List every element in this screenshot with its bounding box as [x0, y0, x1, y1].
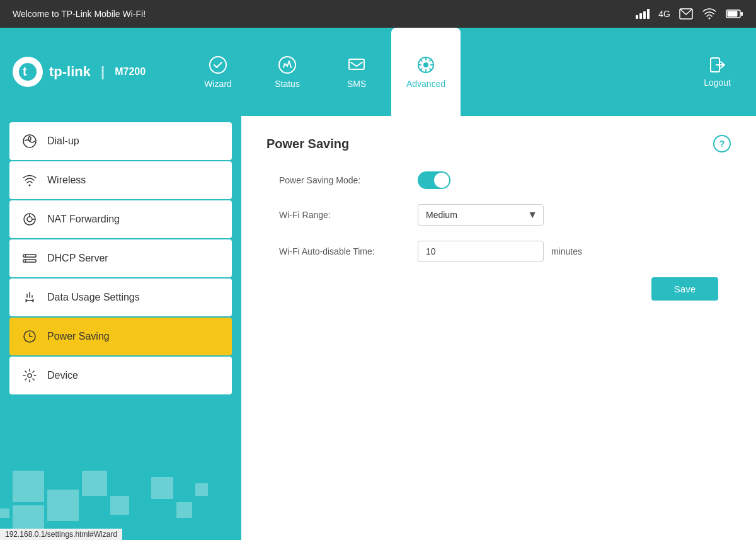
status-bar: Welcome to TP-Link Mobile Wi-Fi! 4G: [0, 0, 756, 28]
wifi-range-select[interactable]: Low Medium High: [418, 204, 544, 226]
svg-rect-3: [728, 11, 738, 17]
sidebar-dhcp-label: DHCP Server: [47, 253, 108, 264]
sidebar-dialup-label: Dial-up: [47, 135, 79, 147]
wireless-icon: [22, 173, 37, 188]
url-bar: 192.168.0.1/settings.html#Wizard: [0, 529, 122, 540]
toggle-knob: [434, 173, 449, 188]
status-icons: 4G: [636, 8, 743, 20]
svg-point-18: [25, 260, 26, 261]
logout-button[interactable]: Logout: [691, 50, 743, 94]
tab-status[interactable]: Status: [253, 28, 322, 116]
svg-rect-23: [47, 490, 79, 521]
tab-advanced[interactable]: Advanced: [391, 28, 461, 116]
sidebar-nat-label: NAT Forwarding: [47, 214, 120, 225]
sidebar-powersaving-label: Power Saving: [47, 331, 110, 342]
minutes-label: minutes: [551, 246, 582, 256]
sidebar-device-label: Device: [47, 370, 78, 381]
svg-point-7: [210, 57, 226, 73]
wifi-icon: [702, 8, 717, 20]
decorative-squares: [0, 414, 233, 540]
save-button-row: Save: [266, 277, 731, 301]
svg-point-17: [25, 255, 26, 256]
logo: t tp-link | M7200: [13, 57, 146, 87]
sidebar-item-nat[interactable]: NAT Forwarding: [9, 200, 232, 238]
tab-sms[interactable]: SMS: [322, 28, 391, 116]
brand-name: tp-link: [49, 64, 91, 80]
wifi-autodisable-row: Wi-Fi Auto-disable Time: minutes: [266, 241, 731, 262]
power-saving-toggle[interactable]: [418, 171, 450, 189]
tab-wizard[interactable]: Wizard: [183, 28, 253, 116]
svg-rect-27: [176, 502, 192, 518]
sidebar-item-datausage[interactable]: Data Usage Settings: [9, 279, 232, 316]
sidebar-item-wireless[interactable]: Wireless: [9, 161, 232, 199]
sidebar-item-powersaving[interactable]: Power Saving: [9, 318, 232, 355]
network-type: 4G: [658, 9, 670, 19]
tab-wizard-label: Wizard: [204, 79, 232, 89]
power-saving-mode-control: [418, 171, 450, 189]
wifi-range-select-wrapper: Low Medium High ▼: [418, 204, 544, 226]
power-saving-mode-label: Power Saving Mode:: [279, 175, 418, 185]
svg-point-1: [709, 18, 711, 20]
header: t tp-link | M7200 Wizard Status: [0, 28, 756, 116]
tab-status-label: Status: [275, 79, 300, 89]
svg-rect-26: [151, 477, 173, 499]
content-area: Power Saving ? Power Saving Mode: Wi-Fi …: [241, 116, 756, 540]
wifi-autodisable-label: Wi-Fi Auto-disable Time:: [279, 246, 418, 256]
wifi-autodisable-control: minutes: [418, 241, 582, 262]
sidebar-item-dhcp[interactable]: DHCP Server: [9, 239, 232, 277]
wifi-range-control: Low Medium High ▼: [418, 204, 544, 226]
page-title: Power Saving: [266, 137, 349, 151]
battery-icon: [726, 9, 743, 19]
powersaving-icon: [22, 329, 37, 344]
tab-advanced-label: Advanced: [406, 79, 445, 89]
url-text: 192.168.0.1/settings.html#Wizard: [5, 530, 117, 539]
svg-rect-21: [13, 471, 44, 502]
dialup-icon: [22, 134, 37, 149]
save-button[interactable]: Save: [651, 277, 718, 301]
status-title: Welcome to TP-Link Mobile Wi-Fi!: [13, 9, 146, 19]
device-icon: [22, 368, 37, 383]
svg-rect-9: [349, 59, 364, 69]
mail-icon: [679, 8, 693, 20]
sidebar-datausage-label: Data Usage Settings: [47, 292, 140, 303]
model-name: M7200: [115, 66, 146, 78]
dhcp-icon: [22, 251, 37, 266]
svg-rect-25: [110, 496, 129, 515]
wifi-autodisable-input[interactable]: [418, 241, 544, 262]
sidebar-item-dialup[interactable]: Dial-up: [9, 122, 232, 160]
svg-rect-29: [0, 508, 9, 518]
svg-point-5: [19, 63, 37, 81]
sidebar-wireless-label: Wireless: [47, 175, 86, 186]
help-button[interactable]: ?: [713, 135, 731, 152]
svg-point-10: [423, 62, 428, 67]
power-saving-mode-row: Power Saving Mode:: [266, 171, 731, 189]
svg-rect-28: [195, 483, 208, 496]
wifi-range-label: Wi-Fi Range:: [279, 210, 418, 220]
main-layout: Dial-up Wireless NAT Forwarding: [0, 116, 756, 540]
nav-tabs: Wizard Status SMS Advanced: [183, 28, 691, 116]
svg-text:t: t: [23, 64, 27, 78]
signal-icon: [636, 9, 650, 19]
svg-point-13: [29, 185, 31, 187]
datausage-icon: [22, 290, 37, 305]
content-header: Power Saving ?: [266, 135, 731, 152]
svg-point-20: [28, 374, 32, 377]
logout-label: Logout: [704, 78, 731, 88]
logo-icon: t: [13, 57, 43, 87]
tab-sms-label: SMS: [347, 79, 366, 89]
wifi-range-row: Wi-Fi Range: Low Medium High ▼: [266, 204, 731, 226]
sidebar-item-device[interactable]: Device: [9, 357, 232, 394]
nat-icon: [22, 212, 37, 227]
brand-separator: |: [101, 64, 105, 80]
svg-rect-4: [741, 12, 743, 16]
svg-rect-24: [82, 471, 107, 496]
sidebar: Dial-up Wireless NAT Forwarding: [0, 116, 241, 540]
